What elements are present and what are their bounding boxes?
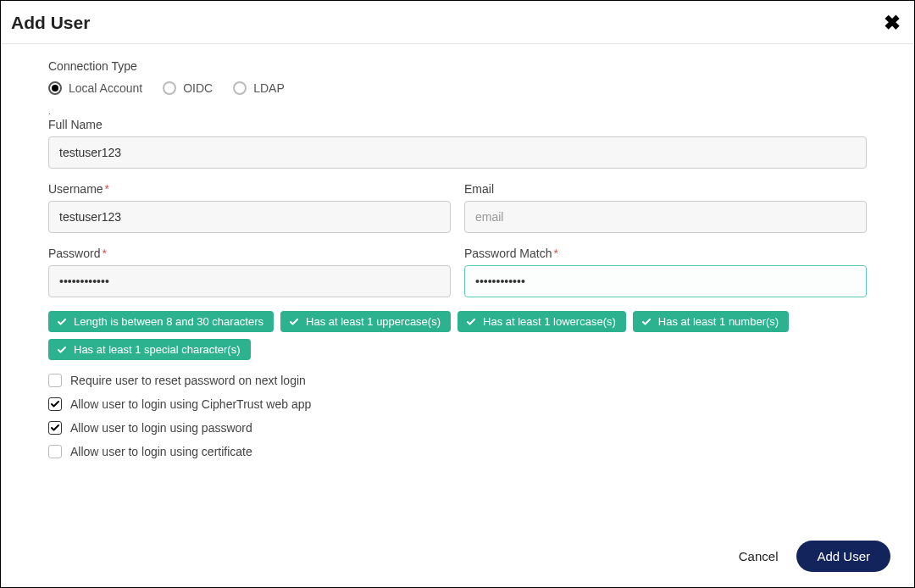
dialog-header: Add User ✖	[1, 1, 914, 44]
password-match-label: Password Match*	[464, 247, 867, 260]
radio-icon	[48, 81, 62, 95]
checkbox-icon	[48, 397, 62, 411]
fullname-input[interactable]	[48, 136, 867, 169]
check-icon	[641, 317, 652, 327]
radio-icon	[233, 81, 247, 95]
separator-dot: .	[48, 107, 867, 116]
check-icon	[466, 317, 476, 327]
check-icon	[289, 317, 299, 327]
email-label: Email	[464, 182, 867, 196]
check-icon	[57, 317, 67, 327]
dialog-footer: Cancel Add User	[739, 541, 890, 572]
close-icon[interactable]: ✖	[884, 11, 901, 35]
password-rule-chip: Has at least 1 special character(s)	[48, 339, 251, 360]
option-reset-password[interactable]: Require user to reset password on next l…	[48, 374, 867, 387]
option-webapp-login[interactable]: Allow user to login using CipherTrust we…	[48, 397, 867, 411]
password-match-input[interactable]	[464, 265, 867, 297]
option-certificate-login[interactable]: Allow user to login using certificate	[48, 445, 867, 458]
checkbox-icon	[48, 421, 62, 435]
required-asterisk: *	[102, 247, 106, 260]
radio-ldap[interactable]: LDAP	[233, 81, 285, 95]
password-input[interactable]	[48, 265, 451, 297]
checkbox-icon	[48, 374, 62, 387]
dialog-content: Connection Type Local Account OIDC LDAP …	[1, 44, 914, 458]
password-group: Password*	[48, 247, 451, 297]
password-match-group: Password Match*	[464, 247, 867, 297]
password-label: Password*	[48, 247, 451, 260]
fullname-label: Full Name	[48, 118, 867, 131]
password-rule-chip: Has at least 1 uppercase(s)	[280, 311, 451, 332]
dialog-title: Add User	[11, 13, 90, 33]
cancel-button[interactable]: Cancel	[739, 549, 779, 563]
radio-label: OIDC	[183, 81, 213, 95]
radio-local-account[interactable]: Local Account	[48, 81, 142, 95]
check-icon	[57, 345, 67, 355]
password-rule-chip: Has at least 1 number(s)	[633, 311, 789, 332]
option-password-login[interactable]: Allow user to login using password	[48, 421, 867, 435]
radio-label: Local Account	[69, 81, 142, 95]
checkbox-icon	[48, 445, 62, 458]
radio-icon	[163, 81, 176, 95]
username-input[interactable]	[48, 201, 451, 233]
password-rules: Length is between 8 and 30 characters Ha…	[48, 311, 867, 360]
password-rule-chip: Has at least 1 lowercase(s)	[458, 311, 626, 332]
radio-label: LDAP	[253, 81, 285, 95]
required-asterisk: *	[105, 182, 109, 196]
required-asterisk: *	[553, 247, 557, 260]
radio-oidc[interactable]: OIDC	[163, 81, 213, 95]
email-input[interactable]	[464, 201, 867, 233]
username-group: Username*	[48, 182, 451, 233]
username-label: Username*	[48, 182, 451, 196]
fullname-group: Full Name	[48, 118, 867, 169]
connection-type-label: Connection Type	[48, 59, 867, 73]
connection-type-radios: Local Account OIDC LDAP	[48, 81, 867, 95]
email-group: Email	[464, 182, 867, 233]
password-rule-chip: Length is between 8 and 30 characters	[48, 311, 274, 332]
add-user-button[interactable]: Add User	[796, 541, 890, 572]
